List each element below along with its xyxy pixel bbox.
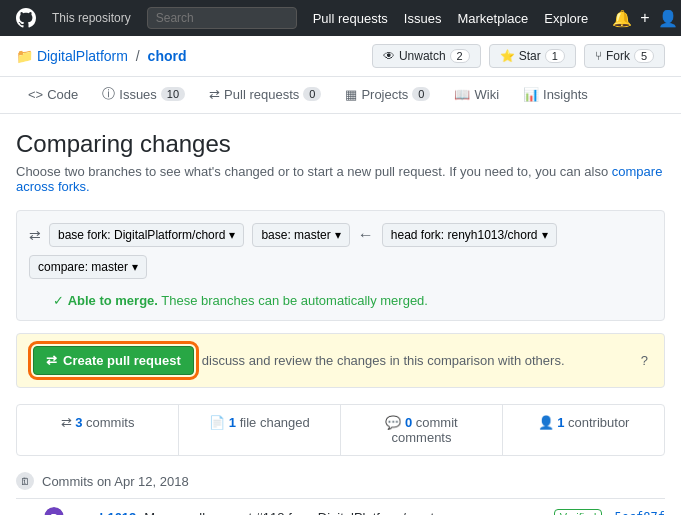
contributors-stat: 👤 1 contributor xyxy=(503,405,664,455)
commits-value: 3 xyxy=(75,415,82,430)
head-fork-select[interactable]: head fork: renyh1013/chord ▾ xyxy=(382,223,557,247)
compare-direction-icon: ← xyxy=(358,226,374,244)
star-button[interactable]: ⭐ Star 1 xyxy=(489,44,576,68)
commit-sha-1[interactable]: 5ecf87f xyxy=(614,510,665,515)
files-icon: 📄 xyxy=(209,415,229,430)
issues-count: 10 xyxy=(161,87,185,101)
insights-icon: 📊 xyxy=(523,87,539,102)
main-content: Comparing changes Choose two branches to… xyxy=(0,114,681,515)
tab-projects[interactable]: ▦ Projects 0 xyxy=(333,77,442,113)
add-icon[interactable]: + xyxy=(640,9,649,27)
projects-icon: ▦ xyxy=(345,87,357,102)
contributors-value: 1 xyxy=(557,415,564,430)
tab-issues[interactable]: ⓘ Issues 10 xyxy=(90,77,197,113)
commits-date: Commits on Apr 12, 2018 xyxy=(42,474,189,489)
checkmark-icon: ✓ xyxy=(53,293,64,308)
top-nav-links: Pull requests Issues Marketplace Explore xyxy=(313,11,589,26)
tab-wiki[interactable]: 📖 Wiki xyxy=(442,77,511,113)
comments-icon: 💬 xyxy=(385,415,405,430)
contributors-label: contributor xyxy=(568,415,629,430)
repo-owner-link[interactable]: DigitalPlatform xyxy=(37,48,128,64)
commit-message-1: Merge pull request #118 from DigitalPlat… xyxy=(144,510,545,516)
issues-icon: ⓘ xyxy=(102,85,115,103)
breadcrumb: 📁 DigitalPlatform / chord xyxy=(16,48,186,64)
repo-tabs: <> Code ⓘ Issues 10 ⇄ Pull requests 0 ▦ … xyxy=(0,77,681,114)
tab-code[interactable]: <> Code xyxy=(16,77,90,113)
unwatch-label: Unwatch xyxy=(399,49,446,63)
eye-icon: 👁 xyxy=(383,49,395,63)
create-pull-request-button[interactable]: ⇄ Create pull request xyxy=(33,346,194,375)
commits-section: 🗓 Commits on Apr 12, 2018 ◦ R renyh1013 … xyxy=(16,472,665,515)
tab-code-label: Code xyxy=(47,87,78,102)
pr-icon: ⇄ xyxy=(209,87,220,102)
commits-stat: ⇄ 3 commits xyxy=(17,405,179,455)
chevron-down-icon-4: ▾ xyxy=(132,260,138,274)
unwatch-button[interactable]: 👁 Unwatch 2 xyxy=(372,44,481,68)
base-fork-select[interactable]: base fork: DigitalPlatform/chord ▾ xyxy=(49,223,244,247)
fork-label: Fork xyxy=(606,49,630,63)
explore-nav-link[interactable]: Explore xyxy=(544,11,588,26)
breadcrumb-separator: / xyxy=(136,48,144,64)
pr-count: 0 xyxy=(303,87,321,101)
pr-banner-text: discuss and review the changes in this c… xyxy=(202,353,633,368)
page-title: Comparing changes xyxy=(16,130,665,158)
compare-branch-select[interactable]: compare: master ▾ xyxy=(29,255,147,279)
tab-projects-label: Projects xyxy=(361,87,408,102)
avatar-icon[interactable]: 👤 xyxy=(658,9,678,28)
head-fork-label: head fork: renyh1013/chord xyxy=(391,228,538,242)
merge-status-text: Able to merge. xyxy=(68,293,158,308)
wiki-icon: 📖 xyxy=(454,87,470,102)
commit-dot-1: ◦ xyxy=(16,512,36,516)
marketplace-nav-link[interactable]: Marketplace xyxy=(457,11,528,26)
help-icon[interactable]: ? xyxy=(641,353,648,368)
contributor-icon: 👤 xyxy=(538,415,558,430)
unwatch-count: 2 xyxy=(450,49,470,63)
star-label: Star xyxy=(519,49,541,63)
star-count: 1 xyxy=(545,49,565,63)
repo-name-link[interactable]: chord xyxy=(148,48,187,64)
notifications-icon[interactable]: 🔔 xyxy=(612,9,632,28)
merge-status: ✓ Able to merge. These branches can be a… xyxy=(29,293,652,308)
tab-pull-requests[interactable]: ⇄ Pull requests 0 xyxy=(197,77,333,113)
table-row: ◦ R renyh1013 Merge pull request #118 fr… xyxy=(16,498,665,515)
commits-avatar: 🗓 xyxy=(16,472,34,490)
fork-count: 5 xyxy=(634,49,654,63)
this-repo-label: This repository xyxy=(52,11,131,25)
commit-author-1[interactable]: renyh1013 xyxy=(72,510,136,516)
repo-actions: 👁 Unwatch 2 ⭐ Star 1 ⑂ Fork 5 xyxy=(372,44,665,68)
compare-branch-label: compare: master xyxy=(38,260,128,274)
pull-requests-nav-link[interactable]: Pull requests xyxy=(313,11,388,26)
commits-icon: ⇄ xyxy=(61,415,76,430)
fork-button[interactable]: ⑂ Fork 5 xyxy=(584,44,665,68)
base-branch-select[interactable]: base: master ▾ xyxy=(252,223,349,247)
author-avatar-1: R xyxy=(44,507,64,515)
chevron-down-icon-2: ▾ xyxy=(335,228,341,242)
compare-row: ⇄ base fork: DigitalPlatform/chord ▾ bas… xyxy=(16,210,665,321)
pr-icon-btn: ⇄ xyxy=(46,353,57,368)
verified-badge-1: Verified xyxy=(554,509,603,515)
repo-icon: 📁 xyxy=(16,48,33,64)
base-fork-label: base fork: DigitalPlatform/chord xyxy=(58,228,225,242)
tab-insights[interactable]: 📊 Insights xyxy=(511,77,600,113)
compare-icon: ⇄ xyxy=(29,227,41,243)
top-navigation: This repository Pull requests Issues Mar… xyxy=(0,0,681,36)
comments-stat: 💬 0 commit comments xyxy=(341,405,503,455)
avatar: R xyxy=(44,507,64,515)
base-branch-label: base: master xyxy=(261,228,330,242)
tab-issues-label: Issues xyxy=(119,87,157,102)
files-value: 1 xyxy=(229,415,236,430)
projects-count: 0 xyxy=(412,87,430,101)
github-logo-icon xyxy=(16,8,36,28)
merge-status-desc: These branches can be automatically merg… xyxy=(161,293,428,308)
issues-nav-link[interactable]: Issues xyxy=(404,11,442,26)
star-icon: ⭐ xyxy=(500,49,515,63)
search-input[interactable] xyxy=(147,7,297,29)
tab-pr-label: Pull requests xyxy=(224,87,299,102)
repo-header: 📁 DigitalPlatform / chord 👁 Unwatch 2 ⭐ … xyxy=(0,36,681,77)
top-nav-icons: 🔔 + 👤 xyxy=(612,9,677,28)
commits-date-header: 🗓 Commits on Apr 12, 2018 xyxy=(16,472,665,490)
files-stat: 📄 1 file changed xyxy=(179,405,341,455)
chevron-down-icon: ▾ xyxy=(229,228,235,242)
stats-row: ⇄ 3 commits 📄 1 file changed 💬 0 commit … xyxy=(16,404,665,456)
commits-label: commits xyxy=(86,415,134,430)
